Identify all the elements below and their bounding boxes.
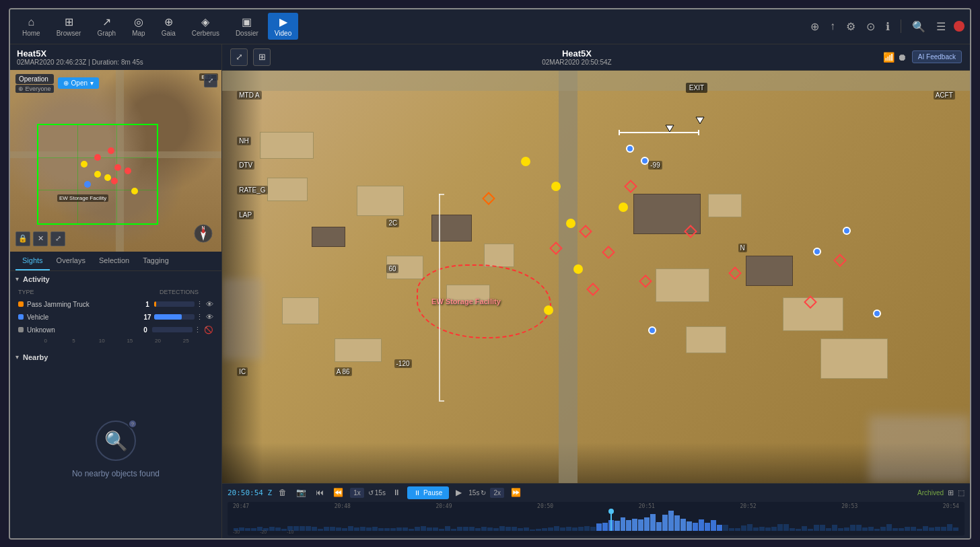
facility-label: EW Storage Facility xyxy=(431,297,501,305)
scale-arrow xyxy=(663,120,676,136)
info-icon[interactable]: ℹ xyxy=(883,17,893,36)
map-lock-btn[interactable]: 🔒 xyxy=(15,231,30,246)
map-marker-blue-1[interactable] xyxy=(84,181,91,188)
menu-icon[interactable]: ☰ xyxy=(934,17,948,36)
add-icon[interactable]: ⊕ xyxy=(808,17,822,36)
tc-speed-2x[interactable]: 2x xyxy=(490,488,504,498)
diamond-7[interactable] xyxy=(833,254,847,267)
timeline-playhead[interactable] xyxy=(610,511,612,531)
map-marker-yellow-1[interactable] xyxy=(94,171,101,178)
blue-marker-1[interactable] xyxy=(626,145,634,153)
tc-skip-fwd-btn[interactable]: 15s ↻ xyxy=(468,489,486,497)
map-marker-red-3[interactable] xyxy=(114,164,121,171)
map-marker-yellow-2[interactable] xyxy=(81,161,88,168)
upload-icon[interactable]: ↑ xyxy=(827,17,838,35)
tc-trash-btn[interactable]: 🗑 xyxy=(276,486,289,499)
tab-selection[interactable]: Selection xyxy=(92,252,136,270)
grid-button[interactable]: ⊞ xyxy=(253,48,271,66)
search-icon[interactable]: 🔍 xyxy=(909,17,928,36)
alert-icon[interactable]: ⊙ xyxy=(864,17,878,36)
mission-header: Heat5X 02MAR2020 20:46:23Z | Duration: 8… xyxy=(10,44,221,70)
user-avatar[interactable] xyxy=(954,21,965,32)
settings-icon[interactable]: ⚙ xyxy=(843,17,858,36)
open-button[interactable]: ⊕ Open ▾ xyxy=(58,77,99,89)
cerberus-icon: ◈ xyxy=(201,15,209,28)
count-unknown: 0 xyxy=(139,326,152,334)
yellow-marker-2[interactable] xyxy=(551,182,561,191)
nav-gaia[interactable]: ⊕ Gaia xyxy=(155,13,182,40)
tab-overlays[interactable]: Overlays xyxy=(50,252,92,270)
map-marker-yellow-4[interactable] xyxy=(131,188,138,194)
nearby-empty-text: No nearby objects found xyxy=(72,469,160,478)
diamond-5[interactable] xyxy=(729,266,742,280)
eye-icon-unknown[interactable]: 🚫 xyxy=(204,326,213,334)
map-marker-red-1[interactable] xyxy=(94,154,101,161)
grid-v2 xyxy=(116,125,117,223)
activity-section: ▾ Activity TYPE DETECTIONS Pass Jamming … xyxy=(10,271,221,349)
yellow-marker-6[interactable] xyxy=(544,305,553,315)
tc-list-icon[interactable]: ⊞ xyxy=(948,488,954,497)
blue-marker-5[interactable] xyxy=(873,309,881,318)
diamond-8[interactable] xyxy=(482,192,495,205)
blur-bottom xyxy=(222,443,970,483)
diamond-2[interactable] xyxy=(579,225,592,239)
nav-cerberus[interactable]: ◈ Cerberus xyxy=(185,13,226,40)
diamond-1[interactable] xyxy=(624,180,637,193)
map-marker-yellow-3[interactable] xyxy=(104,174,111,181)
yellow-marker-4[interactable] xyxy=(619,203,628,212)
browser-icon: ⊞ xyxy=(65,15,73,28)
lap-annotation: LAP xyxy=(237,211,254,219)
top-nav: ⌂ Home ⊞ Browser ↗ Graph ◎ Map ⊕ Gaia ◈ … xyxy=(10,9,970,44)
tc-step-back[interactable]: ⏪ xyxy=(330,486,346,499)
eye-icon-jamming[interactable]: 👁 xyxy=(206,300,213,308)
tc-play-btn[interactable]: ▶ xyxy=(453,486,464,499)
activity-chevron[interactable]: ▾ xyxy=(15,275,19,283)
eye-icon-vehicle[interactable]: 👁 xyxy=(206,313,213,321)
tc-skip-back-btn[interactable]: ↺ 15s xyxy=(368,489,386,497)
blue-marker-3[interactable] xyxy=(648,326,656,334)
diamond-10[interactable] xyxy=(639,275,652,288)
more-icon-jamming[interactable]: ⋮ xyxy=(196,300,203,309)
fullscreen-button[interactable]: ⤢ xyxy=(230,48,248,66)
tc-screenshot-btn[interactable]: 📷 xyxy=(293,486,309,499)
map-expand-button[interactable]: ⤢ xyxy=(204,74,217,87)
tab-tagging[interactable]: Tagging xyxy=(136,252,176,270)
panel-tabs: Sights Overlays Selection Tagging xyxy=(10,252,221,271)
blue-marker-6[interactable] xyxy=(813,248,821,256)
timeline-track[interactable] xyxy=(233,511,959,531)
nav-video[interactable]: ▶ Video xyxy=(268,13,298,40)
map-crosshair-btn[interactable]: ✕ xyxy=(33,231,48,246)
video-content[interactable]: EW Storage Facility MTD A NH DTV RATE_G … xyxy=(222,71,970,483)
nav-home[interactable]: ⌂ Home xyxy=(15,13,47,40)
pause-button[interactable]: ⏸ Pause xyxy=(407,486,449,499)
map-marker-red-5[interactable] xyxy=(125,168,131,174)
nav-browser[interactable]: ⊞ Browser xyxy=(50,13,88,40)
diamond-4[interactable] xyxy=(586,283,600,296)
nearby-chevron[interactable]: ▾ xyxy=(15,353,19,361)
mini-map[interactable]: EW Storage Facility BE2... Operation ⊕ E… xyxy=(10,70,221,252)
yellow-marker-1[interactable] xyxy=(521,157,530,166)
tab-sights[interactable]: Sights xyxy=(15,252,50,270)
col-detect-header: DETECTIONS xyxy=(160,289,213,295)
timeline-scrubber[interactable]: 20:47 20:48 20:49 20:50 20:51 20:52 20:5… xyxy=(228,502,965,536)
diamond-9[interactable] xyxy=(602,246,615,259)
scale-line xyxy=(619,132,699,133)
building-14 xyxy=(746,256,793,286)
map-marker-red-2[interactable] xyxy=(108,147,114,154)
tc-skip-to-start[interactable]: ⏮ xyxy=(313,486,326,499)
nav-dossier[interactable]: ▣ Dossier xyxy=(229,13,265,40)
nav-graph[interactable]: ↗ Graph xyxy=(90,13,123,40)
blue-marker-4[interactable] xyxy=(843,227,851,235)
tc-step-frame-back[interactable]: ⏸ xyxy=(390,486,403,499)
tc-speed-display[interactable]: 1x xyxy=(350,488,364,498)
ai-feedback-button[interactable]: AI Feedback xyxy=(912,50,962,63)
tc-export-icon[interactable]: ⬚ xyxy=(958,488,965,497)
svg-marker-5 xyxy=(666,125,674,132)
more-icon-unknown[interactable]: ⋮ xyxy=(194,326,201,334)
nav-map[interactable]: ◎ Map xyxy=(125,13,151,40)
tc-fast-fwd[interactable]: ⏩ xyxy=(508,486,524,499)
map-marker-red-4[interactable] xyxy=(111,178,118,184)
yellow-marker-5[interactable] xyxy=(573,264,583,274)
map-zoom-btn[interactable]: ⤢ xyxy=(50,231,65,246)
more-icon-vehicle[interactable]: ⋮ xyxy=(196,313,203,322)
